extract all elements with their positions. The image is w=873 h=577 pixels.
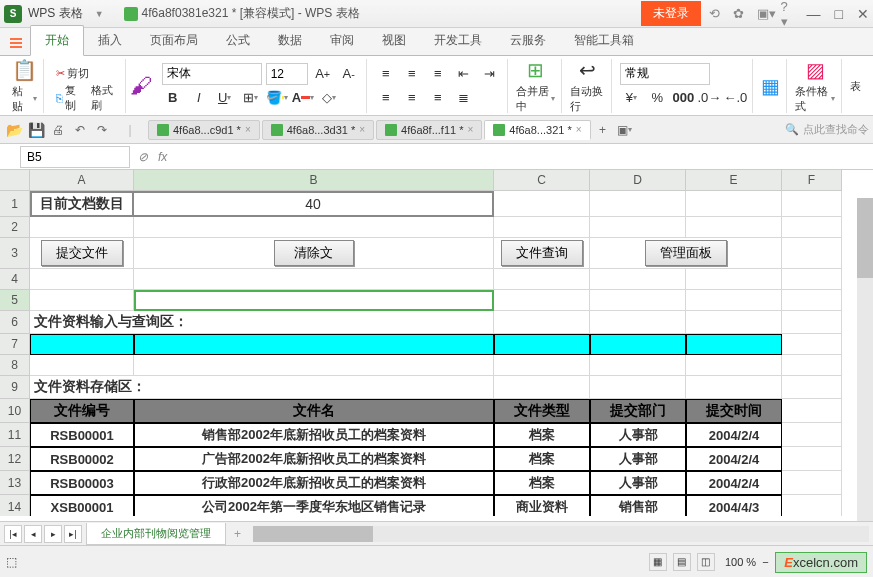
row-header[interactable]: 1 [0,191,30,217]
normal-view-button[interactable]: ▦ [649,553,667,571]
table-cell[interactable]: 商业资料 [494,495,590,516]
table-cell[interactable]: 行政部2002年底新招收员工的档案资料 [134,471,494,495]
sheet-tab[interactable]: 企业内部刊物阅览管理 [86,523,226,545]
cell[interactable] [686,290,782,311]
number-format-select[interactable] [620,63,710,85]
table-cell[interactable]: RSB00003 [30,471,134,495]
row-header[interactable]: 8 [0,355,30,376]
row-header[interactable]: 5 [0,290,30,311]
select-all-corner[interactable] [0,170,30,191]
col-header[interactable]: A [30,170,134,191]
row-header[interactable]: 10 [0,399,30,423]
submit-button[interactable]: 提交文件 [41,240,123,266]
section-label[interactable]: 文件资料输入与查询区： [30,311,494,334]
col-header[interactable]: B [134,170,494,191]
cell[interactable] [686,311,782,334]
indent-left-button[interactable]: ⇤ [453,63,475,85]
cell[interactable] [590,217,686,238]
cell[interactable] [782,290,842,311]
table-cell[interactable]: 档案 [494,423,590,447]
maximize-button[interactable]: □ [835,6,843,22]
vertical-scrollbar[interactable] [857,198,873,526]
align-top-button[interactable]: ≡ [375,63,397,85]
cell[interactable] [494,311,590,334]
cell[interactable] [782,334,842,355]
open-icon[interactable]: 📂 [4,120,24,140]
row-header[interactable]: 4 [0,269,30,290]
align-left-button[interactable]: ≡ [375,87,397,109]
name-box[interactable] [20,146,130,168]
currency-button[interactable]: ¥▾ [620,87,642,109]
cell[interactable] [494,217,590,238]
minimize-button[interactable]: — [807,6,821,22]
table-style-button[interactable]: 表 [844,59,867,113]
tab-list-icon[interactable]: ▣▾ [615,120,635,140]
row-header[interactable]: 2 [0,217,30,238]
tab-cloud[interactable]: 云服务 [496,26,560,55]
cell[interactable]: 目前文档数目 [30,191,134,217]
copy-button[interactable]: ⎘复制 [52,81,83,115]
increase-font-button[interactable]: A+ [312,63,334,85]
font-name-select[interactable] [162,63,262,85]
cell[interactable] [30,355,134,376]
font-size-select[interactable] [266,63,308,85]
tab-data[interactable]: 数据 [264,26,316,55]
section-label[interactable]: 文件资料存储区： [30,376,494,399]
cell[interactable] [686,217,782,238]
cell[interactable] [494,191,590,217]
cell[interactable]: 管理面板 [590,238,782,269]
paste-button[interactable]: 📋 粘贴▾ [6,59,44,113]
cell[interactable] [494,376,590,399]
help-icon[interactable]: ?▾ [781,0,795,29]
spreadsheet-area[interactable]: A B C D E F 1 目前文档数目 40 2 3 提交文件 清除文 文件查… [0,170,873,516]
cond-format-button[interactable]: ▨ 条件格式▾ [789,59,842,113]
cell[interactable] [134,269,494,290]
close-tab-icon[interactable]: × [467,124,473,135]
hamburger-icon[interactable] [4,31,28,55]
close-button[interactable]: ✕ [857,6,869,22]
col-header[interactable]: D [590,170,686,191]
table-cell[interactable]: 档案 [494,447,590,471]
decrease-font-button[interactable]: A- [338,63,360,85]
cell[interactable] [782,269,842,290]
table-header[interactable]: 提交时间 [686,399,782,423]
cell[interactable] [782,495,842,516]
cell[interactable] [494,355,590,376]
cell[interactable] [590,311,686,334]
tab-start[interactable]: 开始 [30,25,84,56]
align-center-button[interactable]: ≡ [401,87,423,109]
font-color-button[interactable]: A▾ [292,87,314,109]
prev-sheet-button[interactable]: ◂ [24,525,42,543]
table-cell[interactable]: 2004/2/4 [686,471,782,495]
row-header[interactable]: 13 [0,471,30,495]
dec-decimal-button[interactable]: ←.0 [724,87,746,109]
cell[interactable] [782,191,842,217]
italic-button[interactable]: I [188,87,210,109]
cell[interactable] [494,269,590,290]
table-cell[interactable]: 公司2002年第一季度华东地区销售记录 [134,495,494,516]
clear-format-button[interactable]: ◇▾ [318,87,340,109]
cell[interactable] [782,447,842,471]
col-header[interactable]: F [782,170,842,191]
admin-button[interactable]: 管理面板 [645,240,727,266]
table-cell[interactable]: 销售部 [590,495,686,516]
page-view-button[interactable]: ▤ [673,553,691,571]
cell[interactable] [686,191,782,217]
table-cell[interactable]: 人事部 [590,447,686,471]
border-button[interactable]: ⊞▾ [240,87,262,109]
skin-icon[interactable]: ▣▾ [757,6,771,21]
login-button[interactable]: 未登录 [641,1,701,26]
tab-view[interactable]: 视图 [368,26,420,55]
cell[interactable] [30,290,134,311]
inc-decimal-button[interactable]: .0→ [698,87,720,109]
doc-tab[interactable]: 4f6a8...3d31 *× [262,120,374,140]
cell[interactable] [782,217,842,238]
cell[interactable]: 40 [134,191,494,217]
cell[interactable] [686,269,782,290]
add-tab-icon[interactable]: + [593,120,613,140]
cell[interactable]: 文件查询 [494,238,590,269]
cell[interactable] [134,334,494,355]
cell[interactable]: 提交文件 [30,238,134,269]
cell[interactable] [686,355,782,376]
cell[interactable] [686,334,782,355]
